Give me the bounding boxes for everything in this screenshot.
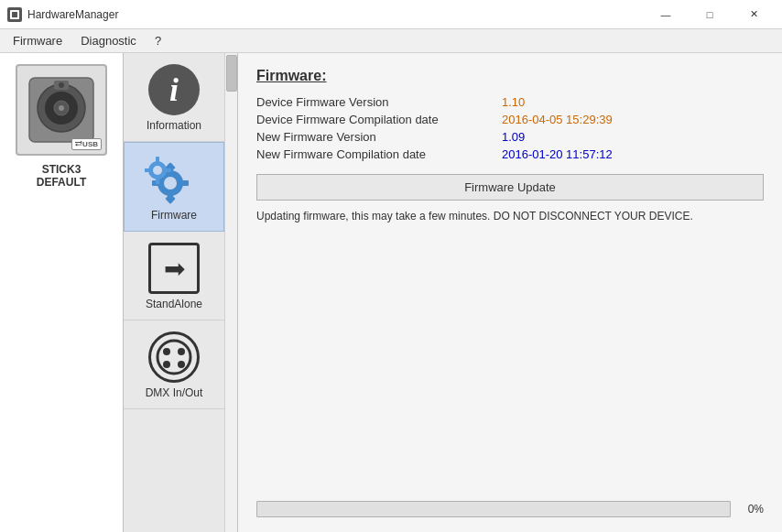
menu-firmware[interactable]: Firmware — [4, 31, 71, 50]
menu-help[interactable]: ? — [146, 31, 170, 50]
window-title: HardwareManager — [27, 8, 645, 21]
nav-item-information[interactable]: i Information — [124, 53, 224, 142]
svg-rect-1 — [12, 12, 17, 17]
firmware-icon — [145, 154, 203, 209]
title-bar: HardwareManager — □ ✕ — [0, 0, 782, 29]
svg-point-29 — [178, 361, 185, 368]
dmx-icon — [148, 331, 200, 383]
device-graphic — [25, 73, 98, 147]
field-label-1: Device Firmware Compilation date — [256, 113, 494, 126]
progress-bar-wrapper — [256, 501, 731, 517]
progress-container: 0% — [256, 494, 764, 517]
progress-label: 0% — [738, 503, 764, 516]
app-icon — [7, 7, 22, 22]
svg-rect-23 — [145, 168, 150, 172]
field-label-3: New Firmware Compilation date — [256, 147, 494, 161]
nav-label-information: Information — [147, 119, 201, 132]
svg-rect-21 — [156, 157, 159, 163]
nav-scrollbar[interactable] — [224, 53, 237, 532]
svg-point-26 — [163, 348, 170, 355]
field-value-1: 2016-04-05 15:29:39 — [502, 113, 764, 126]
svg-rect-22 — [156, 178, 159, 184]
nav-label-standalone: StandAlone — [146, 298, 202, 310]
update-message: Updating firmware, this may take a few m… — [256, 210, 764, 223]
content-panel: Firmware: Device Firmware Version 1.10 D… — [238, 53, 782, 532]
field-label-0: Device Firmware Version — [256, 95, 494, 109]
field-value-3: 2016-01-20 11:57:12 — [502, 147, 764, 161]
svg-point-25 — [157, 341, 190, 374]
field-label-2: New Firmware Version — [256, 130, 494, 144]
nav-label-dmx: DMX In/Out — [146, 386, 203, 399]
maximize-button[interactable]: □ — [689, 0, 731, 29]
information-icon: i — [148, 64, 200, 115]
window-controls: — □ ✕ — [645, 0, 775, 29]
firmware-info-grid: Device Firmware Version 1.10 Device Firm… — [256, 95, 764, 161]
firmware-update-button[interactable]: Firmware Update — [256, 174, 764, 201]
field-value-0: 1.10 — [502, 95, 764, 109]
close-button[interactable]: ✕ — [733, 0, 775, 29]
nav-item-dmx[interactable]: DMX In/Out — [124, 320, 224, 409]
minimize-button[interactable]: — — [645, 0, 687, 29]
svg-point-27 — [178, 348, 185, 355]
content-title: Firmware: — [256, 68, 764, 84]
device-icon-wrapper: ⮂USB — [16, 64, 107, 156]
menu-diagnostic[interactable]: Diagnostic — [71, 31, 146, 50]
nav-panel: i Information — [124, 53, 238, 532]
svg-rect-14 — [179, 180, 189, 186]
field-value-2: 1.09 — [502, 130, 764, 144]
device-name: STICK3 DEFAULT — [37, 163, 86, 189]
svg-point-28 — [163, 361, 170, 368]
svg-rect-24 — [165, 168, 171, 172]
nav-scroll-thumb[interactable] — [226, 55, 237, 92]
svg-point-10 — [164, 177, 177, 190]
svg-point-20 — [153, 166, 162, 175]
standalone-icon: ➡ — [148, 243, 200, 294]
device-panel: ⮂USB STICK3 DEFAULT — [0, 53, 124, 532]
menu-bar: Firmware Diagnostic ? — [0, 29, 782, 53]
nav-item-firmware[interactable]: Firmware — [124, 142, 224, 232]
nav-label-firmware: Firmware — [151, 209, 197, 222]
nav-item-standalone[interactable]: ➡ StandAlone — [124, 232, 224, 320]
usb-badge: ⮂USB — [71, 138, 102, 150]
main-container: ⮂USB STICK3 DEFAULT i Information — [0, 53, 782, 532]
svg-point-8 — [59, 82, 64, 88]
svg-point-6 — [59, 105, 64, 111]
